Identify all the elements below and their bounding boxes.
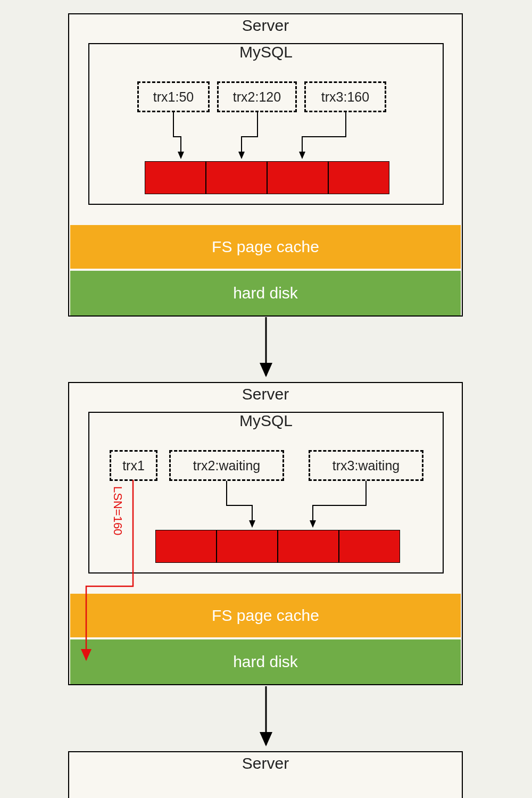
- buffer-cell: [328, 161, 389, 194]
- buffer-row-s1: [145, 161, 389, 194]
- mysql-2-title: MySQL: [89, 412, 443, 430]
- mysql-1-title: MySQL: [89, 43, 443, 61]
- server-box-2: Server MySQL trx1 trx2:waiting trx3:wait…: [68, 382, 463, 685]
- trx2-label-s1: trx2:120: [233, 89, 281, 105]
- buffer-cell: [278, 530, 339, 563]
- disk-label-s1: hard disk: [233, 284, 298, 302]
- trx2-box-s2: trx2:waiting: [169, 450, 284, 481]
- buffer-cell: [267, 161, 328, 194]
- buffer-cell: [206, 161, 267, 194]
- disk-bar-s2: hard disk: [70, 639, 461, 684]
- buffer-cell: [339, 530, 400, 563]
- server-1-title: Server: [69, 16, 462, 35]
- server-box-3: Server: [68, 751, 463, 798]
- cache-label-s2: FS page cache: [212, 606, 319, 625]
- cache-bar-s2: FS page cache: [70, 594, 461, 637]
- cache-label-s1: FS page cache: [212, 238, 319, 256]
- diagram-canvas: Server MySQL trx1:50 trx2:120 trx3:160: [0, 0, 532, 798]
- disk-label-s2: hard disk: [233, 653, 298, 671]
- trx2-label-s2: trx2:waiting: [193, 458, 260, 473]
- mysql-box-2: MySQL trx1 trx2:waiting trx3:waiting: [88, 412, 444, 573]
- trx3-label-s1: trx3:160: [321, 89, 369, 105]
- trx1-box-s2: trx1: [110, 450, 157, 481]
- lsn-label: LSN=160: [111, 486, 124, 535]
- server-3-title: Server: [69, 754, 462, 772]
- buffer-cell: [145, 161, 206, 194]
- server-2-title: Server: [69, 385, 462, 403]
- buffer-cell: [155, 530, 217, 563]
- server-box-1: Server MySQL trx1:50 trx2:120 trx3:160: [68, 13, 463, 317]
- trx3-box-s1: trx3:160: [304, 81, 386, 112]
- mysql-box-1: MySQL trx1:50 trx2:120 trx3:160: [88, 43, 444, 205]
- cache-bar-s1: FS page cache: [70, 225, 461, 269]
- disk-bar-s1: hard disk: [70, 271, 461, 315]
- trx1-label-s2: trx1: [122, 458, 145, 473]
- trx3-label-s2: trx3:waiting: [332, 458, 400, 473]
- buffer-row-s2: [155, 530, 400, 563]
- trx3-box-s2: trx3:waiting: [309, 450, 423, 481]
- trx2-box-s1: trx2:120: [217, 81, 297, 112]
- trx1-label-s1: trx1:50: [153, 89, 194, 105]
- trx1-box-s1: trx1:50: [137, 81, 210, 112]
- buffer-cell: [217, 530, 278, 563]
